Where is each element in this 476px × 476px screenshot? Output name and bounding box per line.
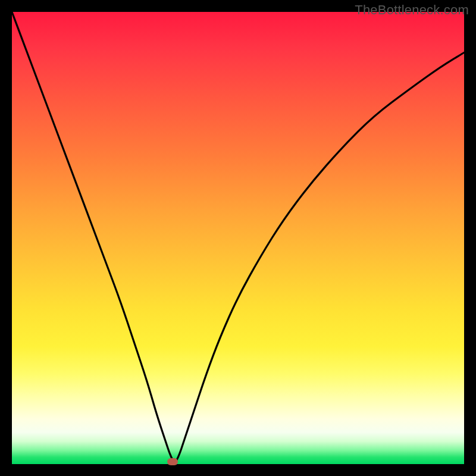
bottleneck-curve	[12, 12, 464, 464]
plot-area	[12, 12, 464, 464]
optimal-point-marker	[167, 458, 178, 465]
attribution-text: TheBottleneck.com	[355, 2, 469, 18]
